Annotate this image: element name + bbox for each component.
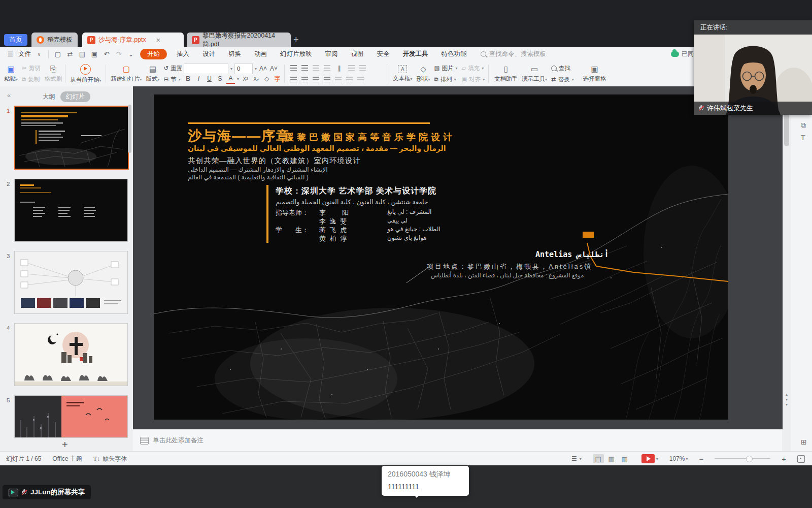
present-tools-button[interactable]: ▭ 演示工具▾ — [522, 62, 547, 85]
increase-font-icon[interactable]: A˄ — [259, 65, 267, 73]
replace-button[interactable]: ⇄ 替换▾ — [551, 75, 574, 83]
decrease-indent-icon[interactable] — [313, 65, 319, 71]
line-spacing-icon[interactable] — [348, 65, 355, 71]
slide-editor[interactable]: 沙与海——序章 援黎巴嫩国家高等音乐学院设计 الرمال والبحر — م… — [154, 94, 728, 420]
align-center-icon[interactable] — [301, 77, 308, 82]
textbox-button[interactable]: A 文本框▾ — [393, 62, 413, 85]
command-search[interactable]: 查找命令、搜索模板 — [481, 50, 547, 58]
columns-icon[interactable] — [346, 77, 353, 82]
section-button[interactable]: ⊟ 节▾ — [164, 75, 183, 83]
print-preview-icon[interactable]: ▣ — [89, 50, 99, 59]
slide-thumbnail-1[interactable] — [14, 106, 129, 170]
align-objects-button[interactable]: ▣ 对齐▾ — [461, 75, 485, 83]
tab-review[interactable]: 审阅 — [319, 47, 345, 61]
find-button[interactable]: 查找 — [551, 64, 574, 72]
clear-format-icon[interactable]: ◇ — [262, 75, 271, 83]
zoom-slider[interactable] — [715, 458, 770, 459]
file-chevron-icon[interactable]: ∨ — [34, 50, 44, 59]
picture-button[interactable]: ▧ 图片▾ — [434, 64, 458, 72]
numbering-icon[interactable] — [301, 65, 308, 71]
paragraph-more-icon[interactable] — [359, 65, 366, 71]
slideshow-play-button[interactable] — [641, 454, 655, 463]
add-slide-button[interactable]: + — [62, 439, 68, 451]
zoom-out-button[interactable]: − — [699, 455, 703, 463]
tab-slideshow[interactable]: 幻灯片放映 — [274, 47, 319, 61]
tab-view[interactable]: 视图 — [345, 47, 370, 61]
tab-animation[interactable]: 动画 — [248, 47, 274, 61]
outline-tab[interactable]: 大纲 — [43, 92, 55, 101]
template-tab[interactable]: 稻壳模板 — [31, 33, 78, 47]
notes-toggle-icon[interactable]: ☰▾ — [571, 455, 582, 462]
redo-icon[interactable]: ↷ — [114, 50, 124, 59]
bold-icon[interactable]: B — [184, 75, 192, 83]
pdf-tab[interactable]: P 黎巴嫩考察报告20200414简.pdf — [187, 33, 291, 47]
copy-button[interactable]: ⧉ 复制 — [22, 75, 41, 83]
arrange-button[interactable]: ⧉ 排列▾ — [434, 75, 458, 83]
undo-icon[interactable]: ↶ — [101, 50, 112, 59]
grid-panel-icon[interactable]: ⊞ — [801, 438, 807, 446]
slide-sorter-button[interactable]: ▦ — [606, 454, 617, 463]
zoom-level[interactable]: 107% — [669, 455, 685, 462]
document-tab-active[interactable]: P 沙与海-序章.pptx × — [82, 33, 184, 47]
new-slide-button[interactable]: ▢ 新建幻灯片▾ — [111, 62, 142, 85]
video-panel[interactable]: 正在讲话: 许伟斌包菜先生 — [694, 20, 812, 115]
zoom-in-button[interactable]: + — [782, 455, 786, 463]
tab-insert[interactable]: 插入 — [170, 47, 196, 61]
tab-transition[interactable]: 切换 — [222, 47, 248, 61]
fill-button[interactable]: ▱ 填充▾ — [461, 64, 485, 72]
strikethrough-icon[interactable]: S — [216, 75, 224, 83]
paste-button[interactable]: ▣ 粘贴▾ — [4, 62, 18, 85]
slide-thumbnail-2[interactable] — [14, 179, 128, 242]
justify-icon[interactable] — [324, 77, 330, 82]
font-size-input[interactable]: 0 — [234, 64, 253, 74]
decrease-font-icon[interactable]: A˅ — [269, 65, 278, 73]
text-tool-icon[interactable]: T — [801, 134, 805, 142]
reading-view-button[interactable]: ▥ — [619, 454, 630, 463]
zoom-slider-knob[interactable] — [746, 456, 753, 462]
format-painter-button[interactable]: ⎘ 格式刷 — [45, 62, 62, 85]
selection-pane-button[interactable]: ▣ 选择窗格 — [583, 62, 606, 85]
save-icon[interactable]: ▢ — [53, 50, 63, 59]
reset-button[interactable]: ↺ 重置 — [164, 64, 183, 72]
underline-icon[interactable]: U — [205, 75, 214, 83]
object-layers-icon[interactable]: ⧉ — [801, 121, 806, 130]
theme-name[interactable]: Office 主题 — [52, 455, 82, 463]
tab-devtools[interactable]: 开发工具 — [396, 47, 435, 61]
slide-thumbnail-5[interactable] — [14, 395, 128, 438]
tab-features[interactable]: 特色功能 — [435, 47, 473, 61]
shapes-button[interactable]: ◇ 形状▾ — [417, 62, 430, 85]
italic-icon[interactable]: I — [194, 75, 203, 83]
home-tab[interactable]: 首页 — [4, 34, 27, 46]
bullets-icon[interactable] — [290, 65, 297, 71]
slide-thumbnail-3[interactable] — [14, 251, 128, 314]
slide-thumbnail-4[interactable] — [14, 323, 128, 386]
print-icon[interactable]: ▤ — [77, 50, 87, 59]
collapse-ribbon-icon[interactable]: ⌄ — [126, 50, 136, 59]
export-icon[interactable]: ⇄ — [65, 50, 75, 59]
text-effect-icon[interactable]: 字 — [273, 75, 282, 83]
slides-tab[interactable]: 幻灯片 — [60, 91, 91, 102]
sidebar-scrollbar[interactable] — [128, 105, 131, 153]
hamburger-icon[interactable]: ☰ — [5, 50, 15, 59]
tab-security[interactable]: 安全 — [370, 47, 396, 61]
close-tab-icon[interactable]: × — [156, 36, 160, 44]
play-from-current-button[interactable]: 从当前开始▾ — [70, 62, 101, 85]
subscript-icon[interactable]: X₂ — [252, 75, 260, 83]
superscript-icon[interactable]: X² — [241, 75, 250, 83]
increase-indent-icon[interactable] — [324, 65, 330, 71]
file-menu[interactable]: 文件 — [16, 47, 33, 61]
cut-button[interactable]: ✂ 剪切 — [22, 64, 41, 72]
new-tab-button[interactable]: + — [293, 35, 299, 45]
scroll-prev-next-icons[interactable]: ▴▾▾ — [784, 392, 790, 407]
notes-bar[interactable]: 单击此处添加备注 — [133, 429, 783, 451]
doc-assistant-button[interactable]: ▯ 文档助手 — [494, 62, 518, 85]
tab-design[interactable]: 设计 — [196, 47, 222, 61]
fit-slide-button[interactable] — [797, 455, 805, 463]
align-left-icon[interactable] — [290, 77, 297, 82]
missing-font-warning[interactable]: T↓ 缺失字体 — [93, 455, 127, 463]
font-color-icon[interactable]: A — [226, 74, 235, 84]
normal-view-button[interactable]: ▤ — [593, 454, 604, 463]
align-right-icon[interactable] — [313, 77, 319, 82]
distribute-icon[interactable] — [335, 77, 342, 82]
align-more-icon[interactable] — [357, 77, 364, 82]
